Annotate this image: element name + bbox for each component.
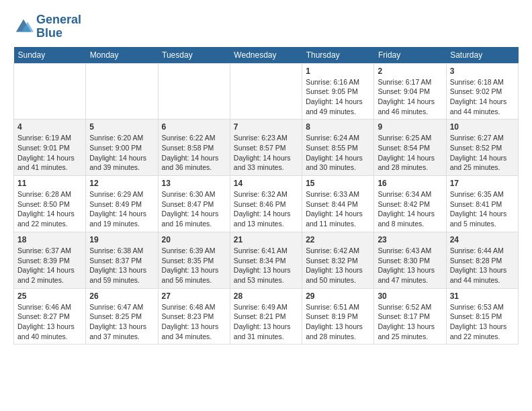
day-number: 21 [234, 235, 298, 244]
calendar-week-5: 25Sunrise: 6:46 AM Sunset: 8:27 PM Dayli… [14, 288, 519, 345]
day-info: Sunrise: 6:22 AM Sunset: 8:58 PM Dayligh… [162, 133, 226, 173]
calendar-cell [158, 63, 230, 120]
day-info: Sunrise: 6:44 AM Sunset: 8:28 PM Dayligh… [450, 246, 515, 285]
calendar-cell: 18Sunrise: 6:37 AM Sunset: 8:39 PM Dayli… [14, 232, 86, 288]
calendar-cell: 15Sunrise: 6:33 AM Sunset: 8:44 PM Dayli… [302, 176, 374, 232]
calendar-table: SundayMondayTuesdayWednesdayThursdayFrid… [13, 47, 519, 345]
day-info: Sunrise: 6:16 AM Sunset: 9:05 PM Dayligh… [306, 77, 370, 117]
day-number: 28 [234, 291, 298, 301]
calendar-cell: 7Sunrise: 6:23 AM Sunset: 8:57 PM Daylig… [230, 120, 302, 176]
day-number: 4 [17, 122, 82, 132]
weekday-header-friday: Friday [374, 47, 446, 64]
day-info: Sunrise: 6:38 AM Sunset: 8:37 PM Dayligh… [89, 246, 154, 285]
calendar-week-3: 11Sunrise: 6:28 AM Sunset: 8:50 PM Dayli… [14, 176, 519, 232]
day-number: 29 [306, 291, 370, 301]
day-number: 24 [450, 235, 515, 244]
day-number: 18 [17, 235, 82, 244]
day-number: 9 [378, 122, 442, 132]
day-info: Sunrise: 6:34 AM Sunset: 8:42 PM Dayligh… [378, 189, 442, 229]
day-number: 10 [450, 122, 515, 132]
day-number: 11 [17, 179, 82, 188]
day-number: 25 [17, 291, 82, 301]
day-number: 31 [450, 291, 515, 301]
calendar-cell: 20Sunrise: 6:39 AM Sunset: 8:35 PM Dayli… [158, 232, 230, 288]
day-number: 17 [450, 179, 515, 188]
logo: General Blue [13, 13, 81, 40]
day-info: Sunrise: 6:48 AM Sunset: 8:23 PM Dayligh… [162, 302, 226, 342]
day-info: Sunrise: 6:29 AM Sunset: 8:49 PM Dayligh… [89, 189, 154, 229]
calendar-cell: 6Sunrise: 6:22 AM Sunset: 8:58 PM Daylig… [158, 120, 230, 176]
calendar-cell: 8Sunrise: 6:24 AM Sunset: 8:55 PM Daylig… [302, 120, 374, 176]
day-info: Sunrise: 6:47 AM Sunset: 8:25 PM Dayligh… [89, 302, 154, 342]
day-info: Sunrise: 6:30 AM Sunset: 8:47 PM Dayligh… [162, 189, 226, 229]
day-number: 7 [234, 122, 298, 132]
weekday-header-tuesday: Tuesday [158, 47, 230, 64]
day-number: 13 [162, 179, 226, 188]
day-info: Sunrise: 6:20 AM Sunset: 9:00 PM Dayligh… [89, 133, 154, 173]
calendar-cell: 27Sunrise: 6:48 AM Sunset: 8:23 PM Dayli… [158, 288, 230, 345]
calendar-cell: 24Sunrise: 6:44 AM Sunset: 8:28 PM Dayli… [446, 232, 518, 288]
calendar-cell: 25Sunrise: 6:46 AM Sunset: 8:27 PM Dayli… [14, 288, 86, 345]
day-number: 22 [306, 235, 370, 244]
day-info: Sunrise: 6:33 AM Sunset: 8:44 PM Dayligh… [306, 189, 370, 229]
calendar-cell: 5Sunrise: 6:20 AM Sunset: 9:00 PM Daylig… [86, 120, 158, 176]
day-info: Sunrise: 6:49 AM Sunset: 8:21 PM Dayligh… [234, 302, 298, 342]
day-info: Sunrise: 6:42 AM Sunset: 8:32 PM Dayligh… [306, 246, 370, 285]
weekday-header-sunday: Sunday [14, 47, 86, 64]
calendar-cell [230, 63, 302, 120]
day-info: Sunrise: 6:18 AM Sunset: 9:02 PM Dayligh… [450, 77, 515, 117]
calendar-cell: 29Sunrise: 6:51 AM Sunset: 8:19 PM Dayli… [302, 288, 374, 345]
day-info: Sunrise: 6:19 AM Sunset: 9:01 PM Dayligh… [17, 133, 82, 173]
day-number: 16 [378, 179, 442, 188]
day-number: 23 [378, 235, 442, 244]
day-number: 12 [89, 179, 154, 188]
page-header: General Blue [13, 13, 519, 40]
day-number: 2 [378, 66, 442, 76]
calendar-cell: 16Sunrise: 6:34 AM Sunset: 8:42 PM Dayli… [374, 176, 446, 232]
day-info: Sunrise: 6:53 AM Sunset: 8:15 PM Dayligh… [450, 302, 515, 342]
weekday-header-thursday: Thursday [302, 47, 374, 64]
calendar-week-4: 18Sunrise: 6:37 AM Sunset: 8:39 PM Dayli… [14, 232, 519, 288]
day-number: 26 [89, 291, 154, 301]
calendar-cell: 1Sunrise: 6:16 AM Sunset: 9:05 PM Daylig… [302, 63, 374, 120]
calendar-cell: 4Sunrise: 6:19 AM Sunset: 9:01 PM Daylig… [14, 120, 86, 176]
calendar-cell [86, 63, 158, 120]
weekday-header-monday: Monday [86, 47, 158, 64]
weekday-header-saturday: Saturday [446, 47, 518, 64]
day-number: 6 [162, 122, 226, 132]
calendar-week-2: 4Sunrise: 6:19 AM Sunset: 9:01 PM Daylig… [14, 120, 519, 176]
calendar-cell: 26Sunrise: 6:47 AM Sunset: 8:25 PM Dayli… [86, 288, 158, 345]
calendar-cell: 13Sunrise: 6:30 AM Sunset: 8:47 PM Dayli… [158, 176, 230, 232]
day-number: 5 [89, 122, 154, 132]
day-info: Sunrise: 6:28 AM Sunset: 8:50 PM Dayligh… [17, 189, 82, 229]
calendar-cell: 28Sunrise: 6:49 AM Sunset: 8:21 PM Dayli… [230, 288, 302, 345]
calendar-cell: 17Sunrise: 6:35 AM Sunset: 8:41 PM Dayli… [446, 176, 518, 232]
day-info: Sunrise: 6:43 AM Sunset: 8:30 PM Dayligh… [378, 246, 442, 285]
day-info: Sunrise: 6:25 AM Sunset: 8:54 PM Dayligh… [378, 133, 442, 173]
calendar-cell: 30Sunrise: 6:52 AM Sunset: 8:17 PM Dayli… [374, 288, 446, 345]
weekday-header-wednesday: Wednesday [230, 47, 302, 64]
day-number: 27 [162, 291, 226, 301]
calendar-cell: 9Sunrise: 6:25 AM Sunset: 8:54 PM Daylig… [374, 120, 446, 176]
day-info: Sunrise: 6:17 AM Sunset: 9:04 PM Dayligh… [378, 77, 442, 117]
day-number: 8 [306, 122, 370, 132]
day-info: Sunrise: 6:46 AM Sunset: 8:27 PM Dayligh… [17, 302, 82, 342]
day-number: 1 [306, 66, 370, 76]
logo-icon [13, 17, 34, 37]
calendar-cell: 31Sunrise: 6:53 AM Sunset: 8:15 PM Dayli… [446, 288, 518, 345]
day-number: 20 [162, 235, 226, 244]
day-info: Sunrise: 6:27 AM Sunset: 8:52 PM Dayligh… [450, 133, 515, 173]
calendar-cell: 21Sunrise: 6:41 AM Sunset: 8:34 PM Dayli… [230, 232, 302, 288]
weekday-header-row: SundayMondayTuesdayWednesdayThursdayFrid… [14, 47, 519, 64]
day-info: Sunrise: 6:41 AM Sunset: 8:34 PM Dayligh… [234, 246, 298, 285]
calendar-week-1: 1Sunrise: 6:16 AM Sunset: 9:05 PM Daylig… [14, 63, 519, 120]
calendar-cell: 14Sunrise: 6:32 AM Sunset: 8:46 PM Dayli… [230, 176, 302, 232]
day-info: Sunrise: 6:23 AM Sunset: 8:57 PM Dayligh… [234, 133, 298, 173]
day-number: 19 [89, 235, 154, 244]
calendar-cell: 2Sunrise: 6:17 AM Sunset: 9:04 PM Daylig… [374, 63, 446, 120]
logo-text: General Blue [36, 13, 81, 40]
day-number: 3 [450, 66, 515, 76]
day-info: Sunrise: 6:35 AM Sunset: 8:41 PM Dayligh… [450, 189, 515, 229]
day-info: Sunrise: 6:32 AM Sunset: 8:46 PM Dayligh… [234, 189, 298, 229]
day-number: 30 [378, 291, 442, 301]
